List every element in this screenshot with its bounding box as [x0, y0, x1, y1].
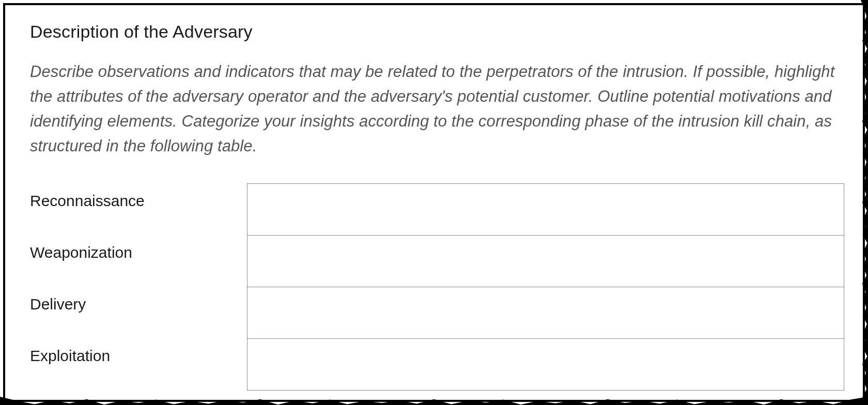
- table-row: Weaponization: [30, 236, 844, 287]
- section-title: Description of the Adversary: [30, 22, 844, 42]
- phase-input-weaponization[interactable]: [247, 236, 844, 287]
- phase-label-exploitation: Exploitation: [30, 339, 247, 391]
- phase-input-exploitation[interactable]: [247, 339, 844, 391]
- kill-chain-table: Reconnaissance Weaponization Delivery Ex…: [30, 183, 844, 391]
- phase-label-weaponization: Weaponization: [30, 236, 247, 287]
- phase-label-delivery: Delivery: [30, 287, 247, 339]
- phase-label-reconnaissance: Reconnaissance: [30, 184, 247, 236]
- phase-input-reconnaissance[interactable]: [247, 184, 844, 236]
- table-row: Reconnaissance: [30, 184, 844, 236]
- phase-input-delivery[interactable]: [247, 287, 844, 339]
- table-row: Delivery: [30, 287, 844, 339]
- document-page: Description of the Adversary Describe ob…: [3, 3, 865, 402]
- table-row: Exploitation: [30, 339, 844, 391]
- section-description: Describe observations and indicators tha…: [30, 59, 844, 159]
